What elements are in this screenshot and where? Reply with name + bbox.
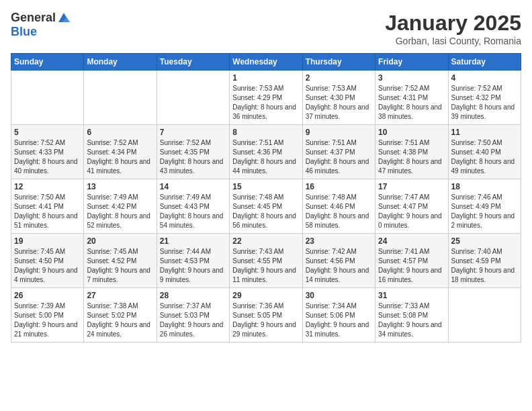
day-info: Sunrise: 7:40 AM Sunset: 4:59 PM Dayligh… bbox=[451, 247, 518, 285]
calendar-cell: 27Sunrise: 7:38 AM Sunset: 5:02 PM Dayli… bbox=[84, 288, 157, 342]
calendar-cell: 14Sunrise: 7:49 AM Sunset: 4:43 PM Dayli… bbox=[157, 179, 229, 234]
day-number: 29 bbox=[232, 291, 299, 300]
logo-general-text: General bbox=[11, 11, 56, 25]
day-number: 20 bbox=[87, 236, 153, 246]
calendar-header-tuesday: Tuesday bbox=[157, 54, 229, 71]
calendar-week-1: 5Sunrise: 7:52 AM Sunset: 4:33 PM Daylig… bbox=[11, 125, 521, 179]
day-info: Sunrise: 7:46 AM Sunset: 4:49 PM Dayligh… bbox=[451, 193, 518, 230]
logo-blue-text: Blue bbox=[11, 25, 37, 39]
calendar-cell: 9Sunrise: 7:51 AM Sunset: 4:37 PM Daylig… bbox=[302, 125, 375, 179]
calendar-cell: 10Sunrise: 7:51 AM Sunset: 4:38 PM Dayli… bbox=[375, 125, 448, 179]
calendar-cell: 3Sunrise: 7:52 AM Sunset: 4:31 PM Daylig… bbox=[375, 71, 448, 125]
day-number: 13 bbox=[87, 182, 153, 191]
day-number: 31 bbox=[378, 291, 445, 300]
calendar-cell: 31Sunrise: 7:33 AM Sunset: 5:08 PM Dayli… bbox=[375, 288, 448, 342]
calendar-header-wednesday: Wednesday bbox=[230, 54, 302, 71]
day-number: 14 bbox=[160, 182, 226, 191]
day-info: Sunrise: 7:34 AM Sunset: 5:06 PM Dayligh… bbox=[306, 302, 372, 339]
day-info: Sunrise: 7:48 AM Sunset: 4:46 PM Dayligh… bbox=[306, 193, 372, 230]
calendar-cell: 19Sunrise: 7:45 AM Sunset: 4:50 PM Dayli… bbox=[11, 234, 84, 288]
day-info: Sunrise: 7:53 AM Sunset: 4:29 PM Dayligh… bbox=[232, 84, 299, 122]
calendar-cell: 1Sunrise: 7:53 AM Sunset: 4:29 PM Daylig… bbox=[230, 71, 302, 125]
day-info: Sunrise: 7:38 AM Sunset: 5:02 PM Dayligh… bbox=[87, 302, 153, 339]
calendar-cell bbox=[84, 71, 157, 125]
calendar-header-friday: Friday bbox=[375, 54, 448, 71]
calendar-cell: 15Sunrise: 7:48 AM Sunset: 4:45 PM Dayli… bbox=[230, 179, 302, 234]
day-number: 9 bbox=[306, 128, 372, 137]
day-info: Sunrise: 7:52 AM Sunset: 4:35 PM Dayligh… bbox=[160, 138, 226, 176]
calendar-cell: 30Sunrise: 7:34 AM Sunset: 5:06 PM Dayli… bbox=[302, 288, 375, 342]
day-number: 26 bbox=[14, 291, 81, 300]
day-number: 1 bbox=[232, 73, 299, 83]
day-info: Sunrise: 7:50 AM Sunset: 4:40 PM Dayligh… bbox=[451, 138, 518, 176]
calendar-cell: 6Sunrise: 7:52 AM Sunset: 4:34 PM Daylig… bbox=[84, 125, 157, 179]
day-info: Sunrise: 7:45 AM Sunset: 4:52 PM Dayligh… bbox=[87, 247, 153, 285]
calendar-cell: 20Sunrise: 7:45 AM Sunset: 4:52 PM Dayli… bbox=[84, 234, 157, 288]
calendar-cell: 21Sunrise: 7:44 AM Sunset: 4:53 PM Dayli… bbox=[157, 234, 229, 288]
calendar-cell: 12Sunrise: 7:50 AM Sunset: 4:41 PM Dayli… bbox=[11, 179, 84, 234]
calendar-cell: 2Sunrise: 7:53 AM Sunset: 4:30 PM Daylig… bbox=[302, 71, 375, 125]
day-info: Sunrise: 7:51 AM Sunset: 4:38 PM Dayligh… bbox=[378, 138, 445, 176]
calendar-cell: 16Sunrise: 7:48 AM Sunset: 4:46 PM Dayli… bbox=[302, 179, 375, 234]
day-number: 4 bbox=[451, 73, 518, 83]
day-number: 18 bbox=[451, 182, 518, 191]
day-number: 5 bbox=[14, 128, 81, 137]
day-info: Sunrise: 7:47 AM Sunset: 4:47 PM Dayligh… bbox=[378, 193, 445, 230]
day-number: 30 bbox=[306, 291, 372, 300]
day-number: 24 bbox=[378, 236, 445, 246]
page-header: General Blue January 2025 Gorban, Iasi C… bbox=[11, 11, 521, 46]
calendar-header-saturday: Saturday bbox=[448, 54, 521, 71]
day-info: Sunrise: 7:44 AM Sunset: 4:53 PM Dayligh… bbox=[160, 247, 226, 285]
calendar-cell: 26Sunrise: 7:39 AM Sunset: 5:00 PM Dayli… bbox=[11, 288, 84, 342]
calendar-cell: 28Sunrise: 7:37 AM Sunset: 5:03 PM Dayli… bbox=[157, 288, 229, 342]
day-info: Sunrise: 7:52 AM Sunset: 4:33 PM Dayligh… bbox=[14, 138, 81, 176]
day-number: 16 bbox=[306, 182, 372, 191]
calendar-cell: 17Sunrise: 7:47 AM Sunset: 4:47 PM Dayli… bbox=[375, 179, 448, 234]
calendar-header-row: SundayMondayTuesdayWednesdayThursdayFrid… bbox=[11, 54, 521, 71]
calendar-cell: 13Sunrise: 7:49 AM Sunset: 4:42 PM Dayli… bbox=[84, 179, 157, 234]
title-block: January 2025 Gorban, Iasi County, Romani… bbox=[385, 11, 521, 46]
calendar-cell bbox=[157, 71, 229, 125]
logo-icon bbox=[57, 11, 71, 25]
day-info: Sunrise: 7:52 AM Sunset: 4:34 PM Dayligh… bbox=[87, 138, 153, 176]
day-number: 23 bbox=[306, 236, 372, 246]
calendar-week-4: 26Sunrise: 7:39 AM Sunset: 5:00 PM Dayli… bbox=[11, 288, 521, 342]
calendar-week-0: 1Sunrise: 7:53 AM Sunset: 4:29 PM Daylig… bbox=[11, 71, 521, 125]
calendar-header-sunday: Sunday bbox=[11, 54, 84, 71]
calendar-cell: 8Sunrise: 7:51 AM Sunset: 4:36 PM Daylig… bbox=[230, 125, 302, 179]
day-number: 6 bbox=[87, 128, 153, 137]
day-info: Sunrise: 7:53 AM Sunset: 4:30 PM Dayligh… bbox=[306, 84, 372, 122]
day-number: 21 bbox=[160, 236, 226, 246]
calendar-table: SundayMondayTuesdayWednesdayThursdayFrid… bbox=[11, 53, 521, 342]
calendar-header-thursday: Thursday bbox=[302, 54, 375, 71]
calendar-week-3: 19Sunrise: 7:45 AM Sunset: 4:50 PM Dayli… bbox=[11, 234, 521, 288]
calendar-cell: 5Sunrise: 7:52 AM Sunset: 4:33 PM Daylig… bbox=[11, 125, 84, 179]
calendar-header-monday: Monday bbox=[84, 54, 157, 71]
calendar-cell: 29Sunrise: 7:36 AM Sunset: 5:05 PM Dayli… bbox=[230, 288, 302, 342]
day-number: 17 bbox=[378, 182, 445, 191]
day-number: 2 bbox=[306, 73, 372, 83]
calendar-cell: 11Sunrise: 7:50 AM Sunset: 4:40 PM Dayli… bbox=[448, 125, 521, 179]
calendar-cell bbox=[11, 71, 84, 125]
day-number: 19 bbox=[14, 236, 81, 246]
day-info: Sunrise: 7:36 AM Sunset: 5:05 PM Dayligh… bbox=[232, 302, 299, 339]
day-number: 28 bbox=[160, 291, 226, 300]
calendar-cell: 22Sunrise: 7:43 AM Sunset: 4:55 PM Dayli… bbox=[230, 234, 302, 288]
day-number: 22 bbox=[232, 236, 299, 246]
day-info: Sunrise: 7:33 AM Sunset: 5:08 PM Dayligh… bbox=[378, 302, 445, 339]
day-info: Sunrise: 7:39 AM Sunset: 5:00 PM Dayligh… bbox=[14, 302, 81, 339]
calendar-cell: 23Sunrise: 7:42 AM Sunset: 4:56 PM Dayli… bbox=[302, 234, 375, 288]
day-number: 27 bbox=[87, 291, 153, 300]
day-number: 12 bbox=[14, 182, 81, 191]
day-number: 25 bbox=[451, 236, 518, 246]
location-subtitle: Gorban, Iasi County, Romania bbox=[385, 36, 521, 46]
day-info: Sunrise: 7:37 AM Sunset: 5:03 PM Dayligh… bbox=[160, 302, 226, 339]
day-info: Sunrise: 7:43 AM Sunset: 4:55 PM Dayligh… bbox=[232, 247, 299, 285]
day-number: 8 bbox=[232, 128, 299, 137]
day-info: Sunrise: 7:45 AM Sunset: 4:50 PM Dayligh… bbox=[14, 247, 81, 285]
day-info: Sunrise: 7:42 AM Sunset: 4:56 PM Dayligh… bbox=[306, 247, 372, 285]
day-info: Sunrise: 7:49 AM Sunset: 4:42 PM Dayligh… bbox=[87, 193, 153, 230]
calendar-cell: 18Sunrise: 7:46 AM Sunset: 4:49 PM Dayli… bbox=[448, 179, 521, 234]
calendar-cell: 7Sunrise: 7:52 AM Sunset: 4:35 PM Daylig… bbox=[157, 125, 229, 179]
logo: General Blue bbox=[11, 11, 71, 39]
